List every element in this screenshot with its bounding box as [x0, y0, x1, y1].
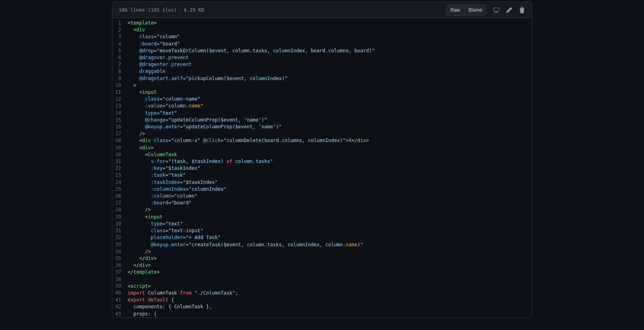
- line-number[interactable]: 13: [112, 103, 128, 109]
- line-number[interactable]: 42: [112, 303, 128, 310]
- line-number[interactable]: 18: [112, 137, 128, 144]
- line-content[interactable]: </template>: [128, 269, 532, 276]
- code-line[interactable]: 20 <ColumnTask: [112, 151, 532, 158]
- code-line[interactable]: 34 />: [112, 248, 532, 255]
- line-number[interactable]: 29: [112, 214, 128, 221]
- line-content[interactable]: placeholder="+ Add Task": [128, 234, 532, 241]
- line-number[interactable]: 40: [112, 290, 128, 297]
- line-content[interactable]: :columnIndex="columnIndex": [128, 186, 532, 193]
- code-line[interactable]: 29 <input: [112, 214, 532, 221]
- line-number[interactable]: 16: [112, 124, 128, 130]
- code-line[interactable]: 17 />: [112, 130, 532, 137]
- line-number[interactable]: 43: [112, 311, 128, 318]
- line-number[interactable]: 30: [112, 221, 128, 227]
- line-content[interactable]: <div>: [128, 144, 532, 151]
- line-number[interactable]: 35: [112, 255, 128, 262]
- line-number[interactable]: 1: [112, 20, 128, 27]
- line-content[interactable]: import ColumnTask from "./ColumnTask";: [128, 290, 532, 297]
- line-content[interactable]: @dragstart.self="pickupColumn($event, co…: [128, 75, 532, 82]
- code-line[interactable]: 18 <div class="column-x" @click="columnD…: [112, 137, 532, 144]
- line-content[interactable]: :key="$taskIndex": [128, 165, 532, 172]
- code-line[interactable]: 26 :column="column": [112, 193, 532, 200]
- line-number[interactable]: 21: [112, 158, 128, 165]
- code-line[interactable]: 3 class="column": [112, 33, 532, 40]
- code-line[interactable]: 24 :taskIndex="$taskIndex": [112, 179, 532, 186]
- line-number[interactable]: 17: [112, 130, 128, 137]
- code-line[interactable]: 28 />: [112, 206, 532, 213]
- line-content[interactable]: @dragover.prevent: [128, 54, 532, 61]
- code-line[interactable]: 13 :value="column.name": [112, 103, 532, 109]
- line-content[interactable]: <script>: [128, 283, 532, 290]
- code-line[interactable]: 23 :task="task": [112, 172, 532, 179]
- code-line[interactable]: 30 type="text": [112, 221, 532, 227]
- raw-button[interactable]: Raw: [446, 5, 464, 15]
- line-number[interactable]: 22: [112, 165, 128, 172]
- code-line[interactable]: 40import ColumnTask from "./ColumnTask";: [112, 290, 532, 297]
- code-line[interactable]: 15 @change="updateColumnProp($event, 'na…: [112, 117, 532, 124]
- line-content[interactable]: :taskIndex="$taskIndex": [128, 179, 532, 186]
- code-line[interactable]: 21 v-for="(task, $taskIndex) of column.t…: [112, 158, 532, 165]
- code-line[interactable]: 22 :key="$taskIndex": [112, 165, 532, 172]
- line-content[interactable]: </div>: [128, 255, 532, 262]
- code-line[interactable]: 32 placeholder="+ Add Task": [112, 234, 532, 241]
- line-number[interactable]: 26: [112, 193, 128, 200]
- code-line[interactable]: 41export default {: [112, 297, 532, 303]
- line-content[interactable]: class="column-name": [128, 96, 532, 103]
- delete-icon[interactable]: [516, 4, 528, 16]
- line-number[interactable]: 4: [112, 41, 128, 47]
- blame-button[interactable]: Blame: [464, 5, 486, 15]
- line-content[interactable]: [128, 276, 532, 283]
- line-content[interactable]: :column="column": [128, 193, 532, 200]
- line-number[interactable]: 24: [112, 179, 128, 186]
- line-content[interactable]: @keyup.enter="createTask($event, column.…: [128, 241, 532, 248]
- line-number[interactable]: 5: [112, 47, 128, 54]
- line-number[interactable]: 15: [112, 117, 128, 124]
- line-number[interactable]: 38: [112, 276, 128, 283]
- code-line[interactable]: 39<script>: [112, 283, 532, 290]
- line-content[interactable]: <input: [128, 89, 532, 96]
- line-number[interactable]: 23: [112, 172, 128, 179]
- code-line[interactable]: 37</template>: [112, 269, 532, 276]
- code-line[interactable]: 31 class="text-input": [112, 227, 532, 234]
- line-content[interactable]: <div: [128, 27, 532, 33]
- code-line[interactable]: 11 <input: [112, 89, 532, 96]
- line-number[interactable]: 37: [112, 269, 128, 276]
- code-line[interactable]: 38: [112, 276, 532, 283]
- code-area[interactable]: 1<template>2 <div3 class="column"4 :boar…: [112, 18, 532, 318]
- line-number[interactable]: 20: [112, 151, 128, 158]
- code-line[interactable]: 4 :board="board": [112, 41, 532, 47]
- line-content[interactable]: >: [128, 82, 532, 89]
- line-number[interactable]: 41: [112, 297, 128, 303]
- line-number[interactable]: 39: [112, 283, 128, 290]
- line-number[interactable]: 14: [112, 110, 128, 117]
- line-content[interactable]: type="text": [128, 110, 532, 117]
- line-content[interactable]: props: {: [128, 311, 532, 318]
- line-number[interactable]: 36: [112, 262, 128, 269]
- line-content[interactable]: <input: [128, 214, 532, 221]
- code-line[interactable]: 10 >: [112, 82, 532, 89]
- code-line[interactable]: 7 @dragenter.prevent: [112, 61, 532, 68]
- code-line[interactable]: 8 draggable: [112, 68, 532, 75]
- line-content[interactable]: />: [128, 248, 532, 255]
- line-content[interactable]: @change="updateColumnProp($event, 'name'…: [128, 117, 532, 124]
- code-line[interactable]: 27 :board="board": [112, 200, 532, 206]
- line-content[interactable]: class="column": [128, 33, 532, 40]
- line-content[interactable]: type="text": [128, 221, 532, 227]
- line-number[interactable]: 19: [112, 144, 128, 151]
- code-line[interactable]: 12 class="column-name": [112, 96, 532, 103]
- line-number[interactable]: 2: [112, 27, 128, 33]
- line-content[interactable]: @drop="moveTaskOrColumn($event, column.t…: [128, 47, 532, 54]
- line-number[interactable]: 3: [112, 33, 128, 40]
- line-number[interactable]: 27: [112, 200, 128, 206]
- code-line[interactable]: 25 :columnIndex="columnIndex": [112, 186, 532, 193]
- line-number[interactable]: 11: [112, 89, 128, 96]
- line-content[interactable]: :board="board": [128, 200, 532, 206]
- edit-icon[interactable]: [503, 4, 516, 16]
- line-number[interactable]: 10: [112, 82, 128, 89]
- line-number[interactable]: 31: [112, 227, 128, 234]
- code-line[interactable]: 16 @keyup.enter="updateColumnProp($event…: [112, 124, 532, 130]
- line-number[interactable]: 32: [112, 234, 128, 241]
- code-line[interactable]: 1<template>: [112, 20, 532, 27]
- line-number[interactable]: 7: [112, 61, 128, 68]
- line-number[interactable]: 34: [112, 248, 128, 255]
